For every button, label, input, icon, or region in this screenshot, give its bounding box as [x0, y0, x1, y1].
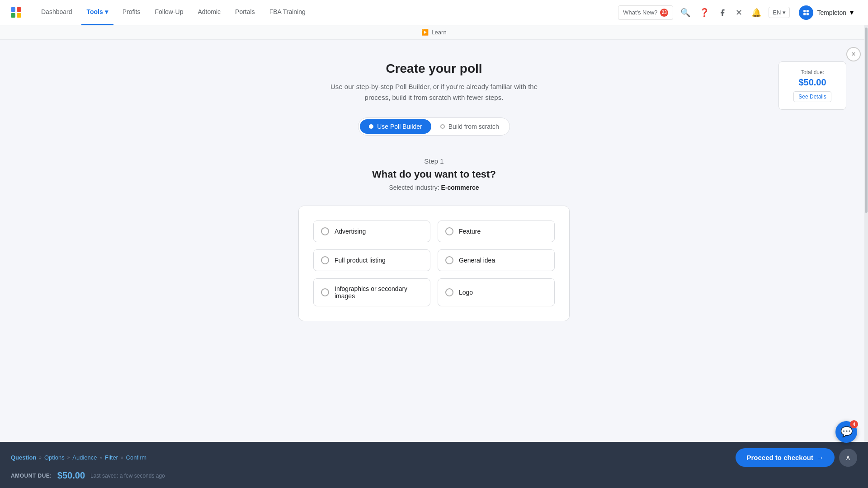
step-options[interactable]: Options: [44, 454, 65, 461]
options-grid: Advertising Feature Full product listing…: [313, 221, 555, 306]
radio-full-product-listing: [321, 256, 329, 264]
collapse-button[interactable]: ∧: [839, 449, 857, 467]
svg-rect-4: [807, 13, 809, 15]
page-header: Create your poll Use our step-by-step Po…: [326, 61, 542, 103]
step-sep-3: »: [100, 455, 103, 460]
main-content: × Create your poll Use our step-by-step …: [0, 40, 868, 488]
option-general-idea[interactable]: General idea: [438, 249, 555, 271]
nav-tools[interactable]: Tools ▾: [81, 0, 113, 25]
svg-rect-2: [807, 10, 809, 12]
scrollbar-thumb: [865, 28, 868, 213]
bottom-bar-inner: Question » Options » Audience » Filter »…: [0, 442, 868, 467]
learn-bar[interactable]: ▶️ Learn: [0, 25, 868, 40]
radio-logo: [445, 288, 453, 296]
build-from-scratch-button[interactable]: Build from scratch: [431, 119, 508, 134]
scrollbar[interactable]: [864, 25, 868, 488]
amount-due-label: AMOUNT DUE:: [11, 473, 52, 479]
total-due-card: Total due: $50.00 See Details: [778, 61, 846, 110]
step-confirm[interactable]: Confirm: [126, 454, 147, 461]
step-section: Step 1 What do you want to test? Selecte…: [372, 157, 496, 191]
wizard-steps: Question » Options » Audience » Filter »…: [11, 454, 146, 461]
radio-advertising: [321, 227, 329, 235]
step-sep-2: »: [67, 455, 70, 460]
arrow-right-icon: →: [817, 454, 824, 461]
option-logo[interactable]: Logo: [438, 278, 555, 306]
step-title: What do you want to test?: [372, 169, 496, 180]
avatar: [799, 5, 813, 20]
svg-rect-0: [802, 9, 810, 16]
nav-links: Dashboard Tools ▾ Profits Follow-Up Adto…: [36, 0, 618, 25]
close-x-icon[interactable]: ✕: [734, 6, 744, 19]
notifications-button[interactable]: 🔔: [750, 6, 763, 19]
svg-rect-1: [804, 10, 806, 12]
radio-feature: [445, 227, 453, 235]
options-card: Advertising Feature Full product listing…: [298, 206, 570, 321]
radio-infographics: [321, 288, 329, 296]
bottom-actions: Proceed to checkout → ∧: [736, 448, 857, 467]
see-details-button[interactable]: See Details: [793, 91, 831, 102]
step-sep-1: »: [39, 455, 42, 460]
app-logo: [11, 7, 21, 18]
chevron-down-icon: ▾: [783, 9, 786, 16]
chevron-down-icon: ▾: [850, 8, 854, 17]
option-infographics[interactable]: Infographics or secondary images: [313, 278, 430, 306]
builder-toggle: Use Poll Builder Build from scratch: [358, 117, 510, 136]
whats-new-button[interactable]: What's New? 23: [618, 5, 673, 20]
nav-profits[interactable]: Profits: [117, 0, 146, 25]
close-button[interactable]: ×: [846, 47, 861, 61]
toggle-dot-active: [369, 124, 373, 129]
toggle-dot-inactive: [440, 124, 445, 129]
facebook-icon[interactable]: [717, 7, 728, 19]
nav-portals[interactable]: Portals: [230, 0, 260, 25]
svg-rect-3: [804, 13, 806, 15]
step-sep-4: »: [121, 455, 123, 460]
whats-new-badge: 23: [660, 9, 668, 17]
navbar: Dashboard Tools ▾ Profits Follow-Up Adto…: [0, 0, 868, 25]
option-full-product-listing[interactable]: Full product listing: [313, 249, 430, 271]
page-title: Create your poll: [326, 61, 542, 76]
nav-fba-training[interactable]: FBA Training: [264, 0, 311, 25]
page-subtitle: Use our step-by-step Poll Builder, or if…: [326, 81, 542, 103]
total-amount: $50.00: [788, 77, 837, 88]
nav-right: What's New? 23 🔍 ❓ ✕ 🔔 EN ▾ Templeton ▾: [618, 4, 857, 22]
step-subtitle: Selected industry: E-commerce: [372, 184, 496, 191]
chat-badge: 4: [850, 420, 858, 428]
chat-icon: 💬: [840, 426, 853, 438]
chevron-down-icon: ▾: [105, 8, 108, 15]
step-label: Step 1: [372, 157, 496, 165]
search-button[interactable]: 🔍: [679, 6, 692, 19]
help-button[interactable]: ❓: [698, 6, 711, 19]
step-filter[interactable]: Filter: [105, 454, 118, 461]
user-name: Templeton: [817, 9, 846, 16]
step-audience[interactable]: Audience: [72, 454, 97, 461]
nav-followup[interactable]: Follow-Up: [149, 0, 189, 25]
last-saved-text: Last saved: a few seconds ago: [90, 473, 165, 479]
radio-general-idea: [445, 256, 453, 264]
video-icon: ▶️: [421, 29, 429, 36]
chat-bubble[interactable]: 💬 4: [835, 421, 857, 443]
nav-adtomic[interactable]: Adtomic: [193, 0, 226, 25]
option-advertising[interactable]: Advertising: [313, 221, 430, 242]
use-poll-builder-button[interactable]: Use Poll Builder: [360, 119, 431, 134]
bottom-amount-row: AMOUNT DUE: $50.00 Last saved: a few sec…: [0, 467, 868, 488]
nav-dashboard[interactable]: Dashboard: [36, 0, 78, 25]
amount-due-value: $50.00: [57, 470, 85, 481]
step-question[interactable]: Question: [11, 454, 36, 461]
bottom-bar: Question » Options » Audience » Filter »…: [0, 442, 868, 488]
option-feature[interactable]: Feature: [438, 221, 555, 242]
proceed-to-checkout-button[interactable]: Proceed to checkout →: [736, 448, 835, 467]
language-selector[interactable]: EN ▾: [769, 7, 790, 18]
user-menu[interactable]: Templeton ▾: [795, 4, 857, 22]
total-label: Total due:: [788, 69, 837, 75]
